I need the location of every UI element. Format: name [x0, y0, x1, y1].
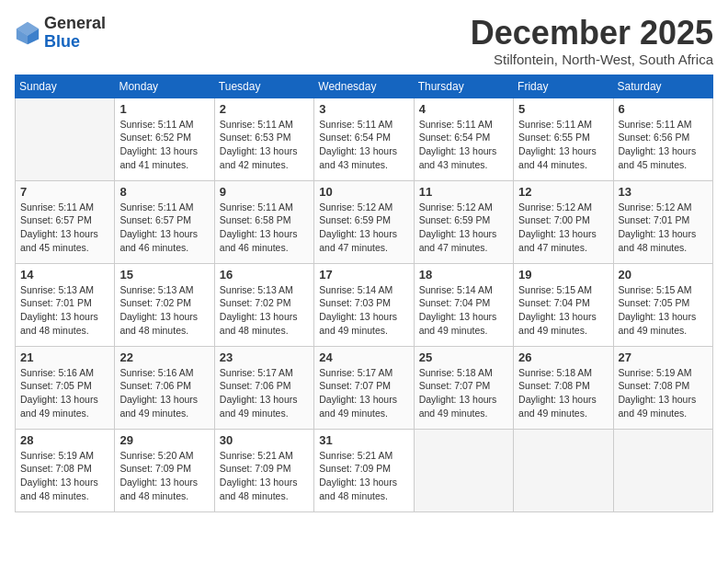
header-tuesday: Tuesday — [214, 75, 313, 98]
day-detail: Sunrise: 5:17 AM Sunset: 7:07 PM Dayligh… — [319, 366, 408, 420]
header-friday: Friday — [514, 75, 613, 98]
day-number: 23 — [220, 350, 309, 364]
day-detail: Sunrise: 5:11 AM Sunset: 6:57 PM Dayligh… — [20, 201, 109, 255]
day-detail: Sunrise: 5:20 AM Sunset: 7:09 PM Dayligh… — [119, 449, 209, 503]
day-detail: Sunrise: 5:12 AM Sunset: 6:59 PM Dayligh… — [319, 201, 408, 255]
day-number: 15 — [119, 268, 209, 282]
day-detail: Sunrise: 5:15 AM Sunset: 7:05 PM Dayligh… — [619, 283, 708, 338]
day-number: 12 — [518, 185, 608, 199]
month-title: December 2025 — [471, 15, 713, 52]
day-number: 25 — [419, 350, 508, 364]
day-number: 7 — [20, 185, 109, 199]
calendar-week-row: 21Sunrise: 5:16 AM Sunset: 7:05 PM Dayli… — [16, 346, 713, 429]
day-number: 21 — [20, 350, 109, 364]
day-number: 5 — [518, 102, 608, 116]
day-detail: Sunrise: 5:12 AM Sunset: 7:01 PM Dayligh… — [619, 201, 708, 255]
table-row: 29Sunrise: 5:20 AM Sunset: 7:09 PM Dayli… — [115, 429, 214, 511]
day-detail: Sunrise: 5:16 AM Sunset: 7:05 PM Dayligh… — [20, 366, 109, 420]
day-detail: Sunrise: 5:13 AM Sunset: 7:02 PM Dayligh… — [119, 283, 209, 338]
day-number: 3 — [319, 102, 408, 116]
table-row: 23Sunrise: 5:17 AM Sunset: 7:06 PM Dayli… — [214, 346, 313, 429]
table-row: 14Sunrise: 5:13 AM Sunset: 7:01 PM Dayli… — [16, 263, 115, 346]
day-detail: Sunrise: 5:15 AM Sunset: 7:04 PM Dayligh… — [518, 283, 608, 338]
table-row: 28Sunrise: 5:19 AM Sunset: 7:08 PM Dayli… — [16, 429, 115, 511]
header-sunday: Sunday — [16, 75, 115, 98]
day-detail: Sunrise: 5:16 AM Sunset: 7:06 PM Dayligh… — [119, 366, 209, 420]
day-number: 6 — [619, 102, 708, 116]
calendar-week-row: 7Sunrise: 5:11 AM Sunset: 6:57 PM Daylig… — [16, 180, 713, 263]
table-row: 26Sunrise: 5:18 AM Sunset: 7:08 PM Dayli… — [514, 346, 613, 429]
table-row: 3Sunrise: 5:11 AM Sunset: 6:54 PM Daylig… — [314, 98, 414, 180]
day-detail: Sunrise: 5:19 AM Sunset: 7:08 PM Dayligh… — [20, 449, 109, 503]
calendar-week-row: 1Sunrise: 5:11 AM Sunset: 6:52 PM Daylig… — [16, 98, 713, 180]
table-row: 25Sunrise: 5:18 AM Sunset: 7:07 PM Dayli… — [414, 346, 513, 429]
day-detail: Sunrise: 5:21 AM Sunset: 7:09 PM Dayligh… — [220, 449, 309, 503]
location-subtitle: Stilfontein, North-West, South Africa — [471, 52, 713, 67]
calendar-table: Sunday Monday Tuesday Wednesday Thursday… — [15, 75, 713, 512]
day-number: 28 — [20, 433, 109, 447]
header-thursday: Thursday — [414, 75, 513, 98]
day-number: 2 — [220, 102, 309, 116]
calendar-week-row: 14Sunrise: 5:13 AM Sunset: 7:01 PM Dayli… — [16, 263, 713, 346]
day-number: 19 — [518, 268, 608, 282]
table-row: 18Sunrise: 5:14 AM Sunset: 7:04 PM Dayli… — [414, 263, 513, 346]
table-row: 22Sunrise: 5:16 AM Sunset: 7:06 PM Dayli… — [115, 346, 214, 429]
day-number: 16 — [220, 268, 309, 282]
day-detail: Sunrise: 5:11 AM Sunset: 6:54 PM Dayligh… — [419, 118, 508, 172]
day-number: 24 — [319, 350, 408, 364]
table-row: 12Sunrise: 5:12 AM Sunset: 7:00 PM Dayli… — [514, 180, 613, 263]
day-number: 30 — [220, 433, 309, 447]
table-row: 5Sunrise: 5:11 AM Sunset: 6:55 PM Daylig… — [514, 98, 613, 180]
day-number: 17 — [319, 268, 408, 282]
logo: General Blue — [15, 15, 106, 52]
day-number: 10 — [319, 185, 408, 199]
page-header: General Blue December 2025 Stilfontein, … — [15, 15, 713, 67]
table-row — [16, 98, 115, 180]
table-row: 10Sunrise: 5:12 AM Sunset: 6:59 PM Dayli… — [314, 180, 414, 263]
day-detail: Sunrise: 5:11 AM Sunset: 6:53 PM Dayligh… — [220, 118, 309, 172]
day-number: 29 — [119, 433, 209, 447]
table-row: 24Sunrise: 5:17 AM Sunset: 7:07 PM Dayli… — [314, 346, 414, 429]
day-number: 1 — [119, 102, 209, 116]
day-detail: Sunrise: 5:11 AM Sunset: 6:54 PM Dayligh… — [319, 118, 408, 172]
header-monday: Monday — [115, 75, 214, 98]
table-row: 19Sunrise: 5:15 AM Sunset: 7:04 PM Dayli… — [514, 263, 613, 346]
table-row: 27Sunrise: 5:19 AM Sunset: 7:08 PM Dayli… — [613, 346, 712, 429]
day-number: 20 — [619, 268, 708, 282]
day-detail: Sunrise: 5:11 AM Sunset: 6:58 PM Dayligh… — [220, 201, 309, 255]
day-detail: Sunrise: 5:14 AM Sunset: 7:04 PM Dayligh… — [419, 283, 508, 338]
day-detail: Sunrise: 5:21 AM Sunset: 7:09 PM Dayligh… — [319, 449, 408, 503]
day-number: 11 — [419, 185, 508, 199]
day-detail: Sunrise: 5:13 AM Sunset: 7:01 PM Dayligh… — [20, 283, 109, 338]
table-row: 4Sunrise: 5:11 AM Sunset: 6:54 PM Daylig… — [414, 98, 513, 180]
table-row — [613, 429, 712, 511]
day-detail: Sunrise: 5:19 AM Sunset: 7:08 PM Dayligh… — [619, 366, 708, 420]
day-number: 27 — [619, 350, 708, 364]
table-row: 21Sunrise: 5:16 AM Sunset: 7:05 PM Dayli… — [16, 346, 115, 429]
day-detail: Sunrise: 5:11 AM Sunset: 6:52 PM Dayligh… — [119, 118, 209, 172]
day-detail: Sunrise: 5:11 AM Sunset: 6:55 PM Dayligh… — [518, 118, 608, 172]
day-number: 31 — [319, 433, 408, 447]
logo-icon — [15, 20, 40, 46]
day-number: 8 — [119, 185, 209, 199]
day-detail: Sunrise: 5:18 AM Sunset: 7:08 PM Dayligh… — [518, 366, 608, 420]
day-detail: Sunrise: 5:14 AM Sunset: 7:03 PM Dayligh… — [319, 283, 408, 338]
day-number: 9 — [220, 185, 309, 199]
day-detail: Sunrise: 5:11 AM Sunset: 6:57 PM Dayligh… — [119, 201, 209, 255]
weekday-header-row: Sunday Monday Tuesday Wednesday Thursday… — [16, 75, 713, 98]
day-detail: Sunrise: 5:11 AM Sunset: 6:56 PM Dayligh… — [619, 118, 708, 172]
day-number: 22 — [119, 350, 209, 364]
table-row: 13Sunrise: 5:12 AM Sunset: 7:01 PM Dayli… — [613, 180, 712, 263]
day-detail: Sunrise: 5:12 AM Sunset: 7:00 PM Dayligh… — [518, 201, 608, 255]
day-detail: Sunrise: 5:12 AM Sunset: 6:59 PM Dayligh… — [419, 201, 508, 255]
day-number: 4 — [419, 102, 508, 116]
table-row: 6Sunrise: 5:11 AM Sunset: 6:56 PM Daylig… — [613, 98, 712, 180]
logo-text: General Blue — [44, 15, 106, 52]
table-row: 20Sunrise: 5:15 AM Sunset: 7:05 PM Dayli… — [613, 263, 712, 346]
table-row: 2Sunrise: 5:11 AM Sunset: 6:53 PM Daylig… — [214, 98, 313, 180]
table-row — [414, 429, 513, 511]
day-number: 13 — [619, 185, 708, 199]
day-number: 14 — [20, 268, 109, 282]
table-row — [514, 429, 613, 511]
calendar-week-row: 28Sunrise: 5:19 AM Sunset: 7:08 PM Dayli… — [16, 429, 713, 511]
